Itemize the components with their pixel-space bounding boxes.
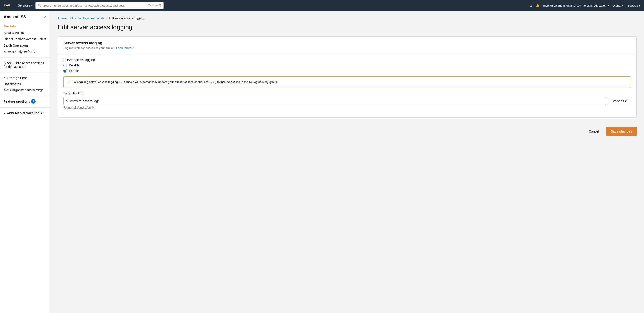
top-nav: aws Services ▾ 🔍 [Option+S] ⊡ 🔔 melvyn.p… [0, 0, 644, 11]
form-label: Server access logging [63, 58, 631, 62]
breadcrumb-sep-2: › [106, 16, 107, 20]
breadcrumb-sep-1: › [75, 16, 76, 20]
sidebar-item-object-lambda[interactable]: Object Lambda Access Points [0, 36, 50, 42]
sidebar-header: Amazon S3 × [0, 15, 50, 23]
warning-icon: ⚠ [67, 80, 70, 84]
sidebar-item-aws-org-settings[interactable]: AWS Organizations settings [0, 87, 50, 93]
services-label: Services [18, 4, 30, 7]
region-chevron-icon: ▾ [622, 4, 624, 7]
region-selector[interactable]: Global ▾ [613, 4, 624, 7]
support-label: Support [627, 4, 638, 7]
sidebar: Amazon S3 × Buckets Access Points Object… [0, 11, 50, 313]
user-account[interactable]: melvyn.peignon@elastic.co @ elastic-educ… [543, 4, 609, 7]
logging-toggle-group: Server access logging Disable Enable [63, 58, 631, 73]
support-chevron-icon: ▾ [639, 4, 640, 7]
nav-right: ⊡ 🔔 melvyn.peignon@elastic.co @ elastic-… [530, 4, 640, 7]
services-chevron-icon: ▾ [31, 4, 33, 7]
search-icon: 🔍 [38, 4, 42, 7]
sidebar-divider-4 [0, 107, 50, 108]
sidebar-divider-3 [0, 95, 50, 95]
radio-disable-label: Disable [69, 63, 80, 67]
breadcrumb-amazon-s3[interactable]: Amazon S3 [58, 16, 73, 20]
external-link-icon: ↗ [132, 47, 134, 49]
aws-logo: aws [4, 3, 15, 8]
target-bucket-input-row: Browse S3 [63, 97, 631, 105]
user-chevron-icon: ▾ [608, 4, 609, 7]
sidebar-feature-spotlight[interactable]: Feature spotlight 3 [0, 98, 50, 105]
user-label: melvyn.peignon@elastic.co @ elastic-educ… [543, 4, 606, 7]
radio-disable[interactable]: Disable [63, 63, 631, 67]
sidebar-aws-marketplace[interactable]: ▶ AWS Marketplace for S3 [0, 110, 50, 116]
sidebar-title: Amazon S3 [4, 15, 26, 19]
search-shortcut: [Option+S] [148, 4, 161, 7]
radio-disable-input[interactable] [63, 63, 67, 67]
card-title: Server access logging [63, 41, 631, 45]
page-title: Edit server access logging [58, 23, 637, 31]
notifications-icon[interactable]: 🔔 [536, 4, 540, 7]
search-input[interactable] [43, 4, 147, 7]
card-description: Log requests for access to your bucket. … [63, 46, 631, 49]
card-body: Server access logging Disable Enable [58, 53, 636, 117]
region-label: Global [613, 4, 621, 7]
cancel-button[interactable]: Cancel [585, 128, 602, 135]
card-header: Server access logging Log requests for a… [58, 36, 636, 53]
sidebar-item-dashboards[interactable]: Dashboards [0, 81, 50, 87]
sidebar-item-batch-ops[interactable]: Batch Operations [0, 42, 50, 49]
expand-icon: ▶ [4, 112, 6, 114]
sidebar-item-block-public-access[interactable]: Block Public Access settings for this ac… [0, 60, 50, 70]
sidebar-item-access-points[interactable]: Access Points [0, 29, 50, 36]
sidebar-storage-lens-section[interactable]: ▼ Storage Lens [0, 75, 50, 81]
breadcrumb-current: Edit server access logging [109, 16, 144, 20]
radio-group: Disable Enable [63, 63, 631, 73]
layout: Amazon S3 × Buckets Access Points Object… [0, 11, 644, 313]
sidebar-close-button[interactable]: × [44, 15, 46, 19]
radio-enable[interactable]: Enable [63, 69, 631, 73]
sidebar-item-access-analyzer[interactable]: Access analyzer for S3 [0, 49, 50, 55]
breadcrumb: Amazon S3 › howtoguide-tutorials › Edit … [58, 16, 637, 20]
browse-s3-button[interactable]: Browse S3 [608, 97, 631, 105]
server-access-logging-card: Server access logging Log requests for a… [58, 36, 637, 118]
support-menu[interactable]: Support ▾ [627, 4, 640, 7]
target-bucket-label: Target bucket [63, 91, 631, 95]
sidebar-divider-2 [0, 72, 50, 72]
svg-text:aws: aws [4, 3, 10, 7]
radio-enable-input[interactable] [63, 69, 67, 73]
radio-enable-label: Enable [69, 69, 79, 73]
cloud-console-icon[interactable]: ⊡ [530, 4, 532, 7]
services-menu[interactable]: Services ▾ [18, 4, 33, 7]
sidebar-item-buckets[interactable]: Buckets [0, 23, 50, 29]
main-content: Amazon S3 › howtoguide-tutorials › Edit … [50, 11, 644, 313]
target-bucket-input[interactable] [63, 97, 606, 105]
save-changes-button[interactable]: Save changes [606, 127, 637, 136]
action-bar: Cancel Save changes [58, 123, 637, 140]
warning-text: By enabling server access logging, S3 co… [73, 80, 278, 84]
warning-box: ⚠ By enabling server access logging, S3 … [63, 76, 631, 88]
global-search[interactable]: 🔍 [Option+S] [36, 2, 164, 9]
feature-spotlight-badge: 3 [31, 99, 36, 104]
collapse-icon: ▼ [4, 77, 6, 79]
target-bucket-group: Target bucket Browse S3 Format: s3://buc… [63, 91, 631, 109]
breadcrumb-bucket[interactable]: howtoguide-tutorials [78, 16, 104, 20]
learn-more-link[interactable]: Learn more [116, 46, 131, 49]
format-hint: Format: s3://bucket/prefix [63, 106, 631, 109]
